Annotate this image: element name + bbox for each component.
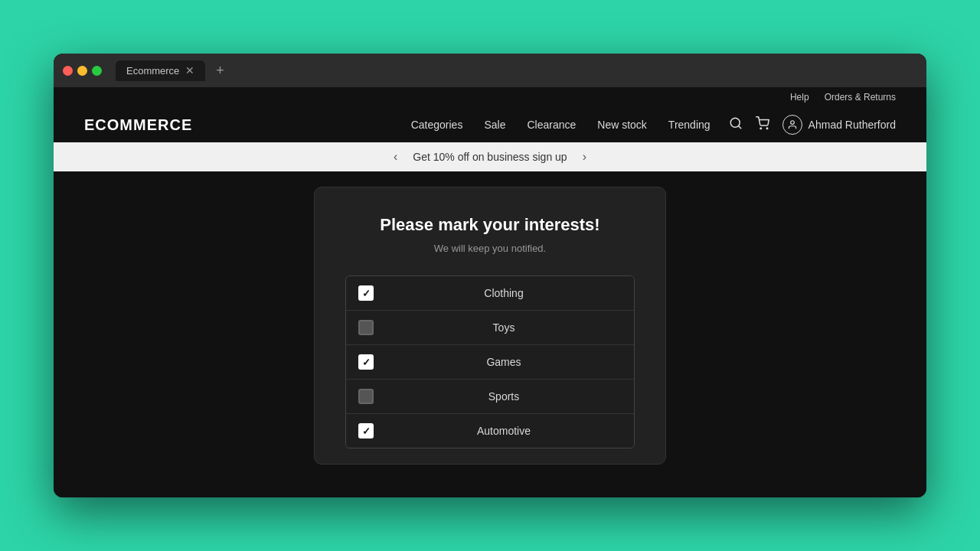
svg-point-4 (790, 121, 794, 125)
maximize-button[interactable] (92, 66, 102, 76)
checkbox-sports[interactable] (358, 389, 374, 404)
website-content: Help Orders & Returns ECOMMERCE Categori… (54, 87, 926, 497)
nav-links: Categories Sale Clearance New stock Tren… (411, 119, 710, 131)
nav-new-stock[interactable]: New stock (597, 119, 647, 131)
promo-banner: ‹ Get 10% off on business sign up › (54, 142, 926, 171)
checkbox-games[interactable] (358, 354, 374, 370)
svg-point-3 (766, 128, 768, 129)
interest-label-toys: Toys (386, 321, 622, 334)
traffic-lights (63, 66, 102, 76)
checkbox-toys[interactable] (358, 320, 374, 335)
interest-item-games[interactable]: Games (346, 345, 634, 380)
new-tab-button[interactable]: + (216, 63, 224, 79)
interest-label-automotive: Automotive (386, 425, 622, 437)
svg-line-1 (738, 126, 740, 128)
card-subtitle: We will keep you notified. (345, 243, 635, 254)
checkbox-automotive[interactable] (358, 423, 374, 439)
card-title: Please mark your interests! (345, 215, 635, 235)
orders-link[interactable]: Orders & Returns (825, 92, 896, 103)
interest-label-sports: Sports (386, 390, 622, 403)
browser-chrome: Ecommerce ✕ + (54, 54, 926, 87)
promo-prev-arrow[interactable]: ‹ (394, 150, 397, 164)
user-name: Ahmad Rutherford (808, 119, 896, 131)
content-area: Please mark your interests! We will keep… (54, 171, 926, 497)
interest-item-clothing[interactable]: Clothing (346, 276, 634, 311)
user-avatar-icon (782, 115, 802, 135)
interest-label-games: Games (386, 356, 622, 368)
nav-icons: Ahmad Rutherford (729, 115, 896, 135)
nav-categories[interactable]: Categories (411, 119, 463, 131)
interest-item-sports[interactable]: Sports (346, 380, 634, 414)
tab-label: Ecommerce (126, 65, 179, 77)
nav-sale[interactable]: Sale (484, 119, 505, 131)
svg-point-2 (760, 128, 762, 129)
checkbox-clothing[interactable] (358, 285, 374, 301)
promo-text: Get 10% off on business sign up (413, 151, 567, 163)
nav-clearance[interactable]: Clearance (527, 119, 576, 131)
nav-trending[interactable]: Trending (668, 119, 710, 131)
interest-list: Clothing Toys Games Sports (345, 276, 635, 448)
close-button[interactable] (63, 66, 73, 76)
interest-item-toys[interactable]: Toys (346, 311, 634, 345)
tab-close-icon[interactable]: ✕ (185, 65, 194, 76)
interest-item-automotive[interactable]: Automotive (346, 414, 634, 448)
logo[interactable]: ECOMMERCE (84, 116, 192, 134)
main-nav: ECOMMERCE Categories Sale Clearance New … (54, 107, 926, 142)
search-icon[interactable] (729, 116, 743, 134)
browser-window: Ecommerce ✕ + Help Orders & Returns ECOM… (54, 54, 926, 497)
browser-tab[interactable]: Ecommerce ✕ (116, 60, 205, 81)
minimize-button[interactable] (77, 66, 87, 76)
help-link[interactable]: Help (790, 92, 809, 103)
interests-card: Please mark your interests! We will keep… (314, 187, 666, 465)
utility-bar: Help Orders & Returns (54, 87, 926, 107)
promo-next-arrow[interactable]: › (583, 150, 586, 164)
interest-label-clothing: Clothing (386, 287, 622, 299)
user-section[interactable]: Ahmad Rutherford (782, 115, 896, 135)
cart-icon[interactable] (755, 116, 770, 134)
